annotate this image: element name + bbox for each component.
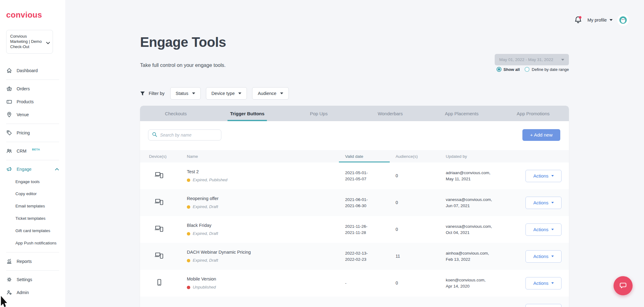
column-header-updated-by[interactable]: Updated by bbox=[446, 150, 525, 162]
actions-label: Actions bbox=[533, 173, 548, 178]
notifications-bell-icon[interactable] bbox=[574, 15, 583, 25]
column-header-actions bbox=[525, 150, 561, 162]
sidebar-item-engage[interactable]: Engage bbox=[0, 163, 65, 176]
updated-by-cell: vanessa@convious.com,Jun 07, 2021 bbox=[446, 197, 525, 209]
sidebar-item-venue[interactable]: Venue bbox=[0, 108, 65, 121]
workspace-selector[interactable]: Convious Marketing | Demo Check-Out bbox=[6, 30, 53, 54]
sidebar-item-pricing[interactable]: Pricing bbox=[0, 126, 65, 139]
settings-icon bbox=[6, 276, 12, 283]
sidebar-item-label: Orders bbox=[17, 86, 30, 91]
table-header: Device(s)NameValid dateAudience(s)Update… bbox=[140, 150, 569, 162]
beta-badge: BETA bbox=[32, 148, 40, 151]
sidebar-item-dashboard[interactable]: Dashboard bbox=[0, 64, 65, 77]
tab-label: App Placements bbox=[445, 111, 478, 116]
table-row: DACH Webinar Dynamic PricingExpired, Dra… bbox=[140, 243, 569, 270]
add-new-button[interactable]: + Add new bbox=[522, 129, 560, 141]
sidebar-item-reports[interactable]: Reports bbox=[0, 255, 65, 268]
tab-wonderbars[interactable]: Wonderbars bbox=[355, 106, 426, 121]
column-header-name[interactable]: Name bbox=[187, 150, 345, 162]
engage-icon bbox=[6, 166, 12, 172]
table-row: Reopening offerExpired, Draft2021-06-01-… bbox=[140, 189, 569, 216]
status-label: Expired, Published bbox=[193, 177, 227, 183]
sidebar-item-label: Reports bbox=[17, 259, 32, 264]
status-line: Expired, Draft bbox=[187, 204, 345, 210]
status-label: Expired, Draft bbox=[193, 257, 218, 264]
actions-cell: Actions bbox=[525, 197, 561, 209]
sidebar-item-label: Settings bbox=[17, 277, 32, 282]
radio-show-all[interactable]: Show all bbox=[497, 67, 520, 72]
chevron-down-icon bbox=[561, 59, 564, 61]
sidebar-item-products[interactable]: Products bbox=[0, 95, 65, 108]
desktop-mobile-icon bbox=[149, 225, 187, 234]
divider bbox=[6, 80, 59, 80]
orders-icon bbox=[6, 86, 12, 92]
sidebar-item-crm[interactable]: CRMBETA bbox=[0, 145, 65, 158]
valid-date-line: 2022-02-13- bbox=[345, 250, 396, 256]
tab-checkouts[interactable]: Checkouts bbox=[140, 106, 211, 121]
tab-app-promotions[interactable]: App Promotions bbox=[497, 106, 569, 121]
desktop-mobile-icon bbox=[149, 198, 187, 207]
audiences-cell: 0 bbox=[396, 226, 446, 232]
valid-date-line: 2021-06-30 bbox=[345, 203, 396, 209]
tab-label: Wonderbars bbox=[378, 111, 403, 116]
chat-widget-button[interactable] bbox=[614, 276, 633, 295]
valid-date-line: 2021-05-01- bbox=[345, 170, 396, 176]
tab-trigger-buttons[interactable]: Trigger Buttons bbox=[211, 106, 283, 121]
tab-label: App Promotions bbox=[517, 111, 550, 116]
sidebar-item-orders[interactable]: Orders bbox=[0, 82, 65, 95]
status-filter-dropdown[interactable]: Status bbox=[170, 87, 201, 100]
search-input[interactable] bbox=[160, 133, 217, 137]
updated-by-line: Oct 04, 2021 bbox=[446, 230, 525, 236]
table-row: Actions bbox=[140, 297, 569, 307]
actions-button[interactable]: Actions bbox=[525, 250, 561, 263]
column-header-device-s[interactable]: Device(s) bbox=[149, 150, 187, 162]
date-range-button[interactable]: May 01, 2022 - May 31, 2022 bbox=[495, 54, 569, 65]
radio-define-by-date-range[interactable]: Define by date range bbox=[525, 67, 569, 72]
audiences-cell: 0 bbox=[396, 280, 446, 286]
valid-date-cell: 2021-06-01-2021-06-30 bbox=[345, 197, 396, 209]
search-icon bbox=[152, 132, 157, 138]
sidebar-subitem-copy-editor[interactable]: Copy editor bbox=[0, 188, 65, 200]
mobile-icon bbox=[149, 279, 187, 288]
workspace-name: Convious Marketing | Demo Check-Out bbox=[10, 34, 42, 49]
sidebar-subitem-app-push-notifications[interactable]: App Push notifications bbox=[0, 237, 65, 250]
sidebar-item-label: Pricing bbox=[17, 130, 30, 135]
sidebar-subitem-engage-tools[interactable]: Engage tools bbox=[0, 176, 65, 188]
sidebar-item-label: Products bbox=[17, 99, 34, 104]
audiences-cell: 0 bbox=[396, 199, 446, 206]
dropdown-label: Status bbox=[176, 91, 188, 96]
sidebar-subitem-ticket-templates[interactable]: Ticket templates bbox=[0, 213, 65, 225]
actions-button[interactable]: Actions bbox=[525, 277, 561, 289]
updated-by-line: adriaan@convious.com, bbox=[446, 170, 525, 176]
actions-cell: Actions bbox=[525, 304, 561, 307]
filter-by-label: Filter by bbox=[149, 91, 165, 96]
sidebar-subitem-email-templates[interactable]: Email templates bbox=[0, 200, 65, 213]
chevron-down-icon bbox=[551, 229, 554, 230]
divider bbox=[6, 124, 59, 124]
actions-button[interactable]: Actions bbox=[525, 197, 561, 209]
sidebar-item-settings[interactable]: Settings bbox=[0, 273, 65, 286]
actions-button[interactable]: Actions bbox=[525, 170, 561, 182]
tab-pop-ups[interactable]: Pop Ups bbox=[283, 106, 354, 121]
sidebar-item-label: Dashboard bbox=[17, 68, 38, 73]
name-cell: DACH Webinar Dynamic PricingExpired, Dra… bbox=[187, 249, 345, 264]
sidebar-item-label: Admin bbox=[17, 290, 29, 295]
column-header-audience-s[interactable]: Audience(s) bbox=[396, 150, 446, 162]
actions-button[interactable]: Actions bbox=[525, 223, 561, 236]
crm-icon bbox=[6, 148, 12, 154]
avatar[interactable] bbox=[617, 14, 629, 26]
actions-button[interactable]: Actions bbox=[525, 304, 561, 307]
actions-cell: Actions bbox=[525, 277, 561, 289]
my-profile-menu[interactable]: My profile bbox=[587, 18, 613, 23]
sidebar-subitem-gift-card-templates[interactable]: Gift card templates bbox=[0, 225, 65, 237]
search-box[interactable] bbox=[148, 129, 221, 141]
device-type-filter-dropdown[interactable]: Device type bbox=[206, 87, 247, 100]
desktop-mobile-icon bbox=[149, 171, 187, 181]
column-header-valid-date[interactable]: Valid date bbox=[345, 150, 396, 162]
sidebar-item-admin[interactable]: Admin bbox=[0, 286, 65, 299]
tab-app-placements[interactable]: App Placements bbox=[426, 106, 497, 121]
divider bbox=[6, 160, 59, 160]
radio-label: Define by date range bbox=[532, 67, 569, 72]
audience-filter-dropdown[interactable]: Audience bbox=[252, 87, 288, 100]
valid-date-cell: - bbox=[345, 280, 396, 286]
